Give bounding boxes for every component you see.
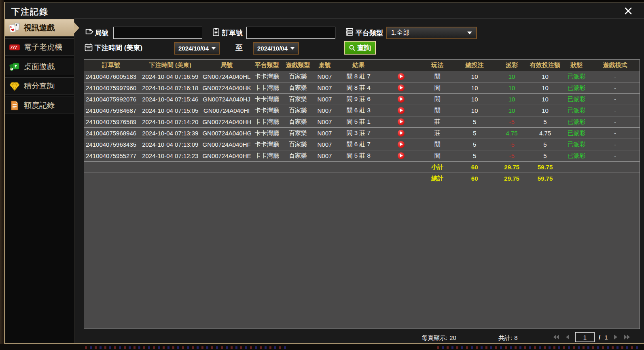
table-header: 訂單號 下注時間 (美東) 局號 平台類型 遊戲類型 桌號 結果 玩法 總投注 … <box>84 60 640 71</box>
sidebar: 9 K 視訊遊戲 777 電子老虎機 1 <box>5 19 74 343</box>
table-row: 2410040759765892024-10-04 07:14:20GN0072… <box>84 116 640 127</box>
close-icon[interactable] <box>624 6 633 15</box>
cell-table-no: N007 <box>313 139 337 150</box>
cell-total-bet: 5 <box>453 139 496 150</box>
play-triangle <box>400 97 403 101</box>
pager-controls: / 1 <box>553 332 631 342</box>
chevron-down-icon <box>467 32 472 34</box>
replay-icon[interactable] <box>398 130 405 137</box>
next-page-icon[interactable] <box>612 333 619 341</box>
cell-payout: -5 <box>496 116 528 127</box>
cell-result: 閒 5 莊 8 <box>336 150 381 161</box>
cell-result: 閒 6 莊 3 <box>336 105 381 116</box>
grand-total-row: 總計 60 29.75 59.75 <box>84 173 640 184</box>
cell-payout: 10 <box>496 82 528 93</box>
cell-game-type: 百家樂 <box>283 71 313 82</box>
bet-records-table: 訂單號 下注時間 (美東) 局號 平台類型 遊戲類型 桌號 結果 玩法 總投注 … <box>84 59 640 329</box>
col-bet-time: 下注時間 (美東) <box>138 60 202 71</box>
cell-bet-time: 2024-10-04 07:13:39 <box>138 127 202 139</box>
platform-stack-icon <box>345 27 354 37</box>
cell-total-bet: 5 <box>453 127 496 139</box>
dialog-title: 下注記錄 <box>11 6 49 17</box>
cell-valid-bet: 5 <box>528 139 562 150</box>
cell-status: 已派彩 <box>562 139 591 150</box>
sidebar-item-table-games[interactable]: 1 桌面遊戲 <box>5 58 74 75</box>
date-from-select[interactable]: 2024/10/04 <box>174 42 220 55</box>
cell-result: 閒 9 莊 6 <box>336 93 381 105</box>
replay-icon[interactable] <box>398 73 405 80</box>
col-table-no: 桌號 <box>313 60 337 71</box>
platform-type-select[interactable]: 1.全部 <box>386 27 477 39</box>
date-to-select[interactable]: 2024/10/04 <box>253 42 299 55</box>
cell-total-bet: 5 <box>453 150 496 161</box>
table-row: 2410040759846872024-10-04 07:15:05GN0072… <box>84 105 640 116</box>
total-count-display: 共計: 8 <box>498 334 518 342</box>
replay-icon[interactable] <box>398 141 405 148</box>
sidebar-item-label: 桌面遊戲 <box>24 61 55 72</box>
per-page-display: 每頁顯示: 20 <box>422 334 456 342</box>
sidebar-item-label: 視訊遊戲 <box>24 23 55 33</box>
sidebar-item-points-query[interactable]: 積分查詢 <box>5 77 74 95</box>
cell-play: 閒 <box>421 105 453 116</box>
cell-round-no: GN00724A040HH <box>202 116 250 127</box>
sidebar-item-quota-records[interactable]: 額度記錄 <box>5 97 74 114</box>
cell-payout: 4.75 <box>496 127 528 139</box>
col-platform: 平台類型 <box>251 60 283 71</box>
play-triangle <box>400 120 403 123</box>
cell-total-bet: 10 <box>453 105 496 116</box>
cell-play: 閒 <box>421 139 453 150</box>
cell-round-no: GN00724A040HG <box>202 127 250 139</box>
cell-bet-time: 2024-10-04 07:12:23 <box>138 150 202 161</box>
cell-order-no: 241004075968946 <box>84 127 138 139</box>
col-round-no: 局號 <box>202 60 250 71</box>
cell-bet-time: 2024-10-04 07:15:05 <box>138 105 202 116</box>
total-count-label: 共計: <box>498 334 512 342</box>
clipboard-icon <box>211 27 221 37</box>
cell-replay <box>381 93 421 105</box>
cell-round-no: GN00724A040HE <box>202 150 250 161</box>
cell-round-no: GN00724A040HF <box>202 139 250 150</box>
cell-platform: 卡卡灣廳 <box>251 116 283 127</box>
title-bar: 下注記錄 <box>5 2 644 19</box>
per-page-label: 每頁顯示: <box>422 334 447 342</box>
col-order-no: 訂單號 <box>84 60 138 71</box>
cell-mode: - <box>591 71 640 82</box>
grand-total-label: 總計 <box>421 173 453 184</box>
cell-game-type: 百家樂 <box>283 93 313 105</box>
cell-payout: -5 <box>496 139 528 150</box>
prev-page-icon[interactable] <box>564 333 571 341</box>
sidebar-item-slots[interactable]: 777 電子老虎機 <box>5 38 74 56</box>
subtotal-payout: 29.75 <box>496 161 528 173</box>
replay-icon[interactable] <box>398 107 405 114</box>
cell-payout: 10 <box>496 71 528 82</box>
cell-valid-bet: 5 <box>528 116 562 127</box>
cell-status: 已派彩 <box>562 127 591 139</box>
search-button[interactable]: 查詢 <box>344 41 376 55</box>
play-triangle <box>400 75 403 78</box>
cell-table-no: N007 <box>313 150 337 161</box>
replay-icon[interactable] <box>398 152 405 159</box>
col-status: 狀態 <box>562 60 591 71</box>
cell-game-type: 百家樂 <box>283 116 313 127</box>
bet-time-label: 下注時間 (美東) <box>95 43 142 53</box>
first-page-icon[interactable] <box>553 333 560 341</box>
replay-icon[interactable] <box>398 118 405 125</box>
play-triangle <box>400 131 403 135</box>
replay-icon[interactable] <box>398 96 405 103</box>
cell-status: 已派彩 <box>562 71 591 82</box>
last-page-icon[interactable] <box>623 333 631 341</box>
sidebar-item-video-games[interactable]: 9 K 視訊遊戲 <box>5 19 74 36</box>
subtotal-valid-bet: 59.75 <box>528 161 562 173</box>
round-no-input[interactable] <box>113 27 202 39</box>
replay-icon[interactable] <box>398 84 405 91</box>
cell-status: 已派彩 <box>562 150 591 161</box>
subtotal-label: 小計 <box>421 161 453 173</box>
calendar-icon <box>84 42 93 52</box>
cell-valid-bet: 10 <box>528 82 562 93</box>
order-no-input[interactable] <box>246 27 335 39</box>
cell-result: 閒 5 莊 1 <box>336 116 381 127</box>
table-row: 2410040759689462024-10-04 07:13:39GN0072… <box>84 127 640 139</box>
page-number-input[interactable] <box>575 332 595 342</box>
cell-platform: 卡卡灣廳 <box>251 150 283 161</box>
cell-mode: - <box>591 82 640 93</box>
